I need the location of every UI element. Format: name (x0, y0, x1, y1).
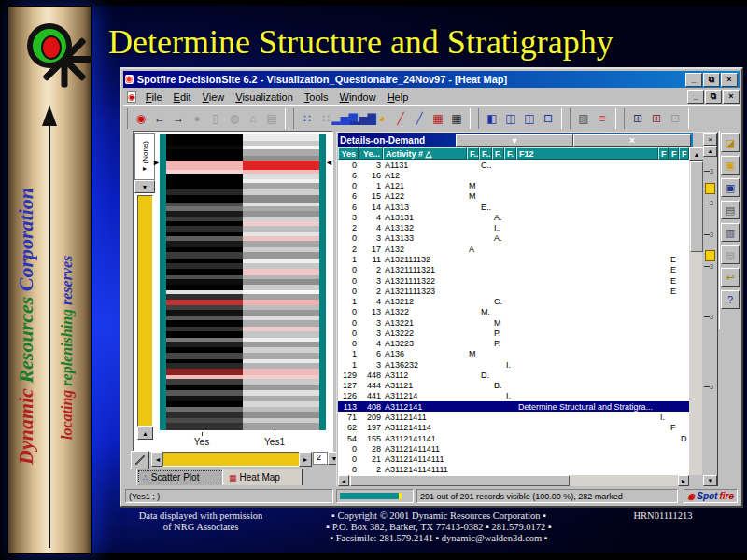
heat-map-icon[interactable]: ▦ (429, 109, 447, 128)
heatmap-cell-left[interactable] (166, 252, 243, 259)
heatmap-cell-right[interactable] (243, 269, 319, 275)
heatmap-stripe-row[interactable] (166, 320, 319, 327)
heatmap-cell-left[interactable] (166, 412, 243, 418)
dod-scroll-up-button[interactable]: ▲ (689, 147, 704, 161)
minimize-button[interactable]: _ (687, 90, 704, 104)
y-axis-dropdown-button[interactable]: ▼ (134, 180, 155, 193)
heatmap-cell-right[interactable] (243, 174, 319, 180)
heatmap-stripe-row[interactable] (166, 183, 319, 189)
heatmap-cell-right[interactable] (243, 331, 319, 338)
menu-window[interactable]: Window (333, 90, 381, 105)
table-row[interactable]: 615A122M (338, 191, 689, 202)
table-row[interactable]: 14A13212C. (338, 296, 689, 306)
heatmap-cell-right[interactable] (243, 379, 319, 385)
heatmap-cell-right[interactable] (243, 252, 319, 259)
export-window-icon[interactable]: ⊞ (628, 109, 647, 128)
table-row[interactable]: 03A1131C.. (338, 160, 689, 170)
table-row[interactable]: 13A136232I. (338, 359, 689, 370)
heatmap-cell-left[interactable] (166, 183, 243, 189)
stop-icon[interactable]: ● (188, 109, 206, 128)
heatmap-cell-right[interactable] (243, 226, 319, 232)
heatmap-cell-right[interactable] (243, 412, 319, 418)
annotation-scroll-up-button[interactable]: ▲ (703, 146, 717, 157)
column-header-f2[interactable]: F.. (479, 147, 492, 160)
heatmap-cell-left[interactable] (166, 353, 243, 359)
table-row[interactable]: 127444A31121B. (338, 381, 689, 391)
heatmap-cell-right[interactable] (243, 369, 319, 375)
column-header-fb[interactable]: F (669, 147, 679, 160)
tile-pane-icon[interactable]: ◧ (483, 109, 501, 128)
heatmap-cell-left[interactable] (166, 174, 243, 180)
heatmap-vertical-scrollbar[interactable] (137, 195, 153, 427)
heatmap-cell-left[interactable] (166, 423, 243, 430)
document-icon[interactable]: ▯ (206, 109, 225, 128)
table-row[interactable]: 02A3112141141111 (338, 465, 689, 475)
heatmap-stripe-row[interactable] (166, 279, 319, 286)
heatmap-stripe-row[interactable] (166, 174, 319, 180)
table-row[interactable]: 24A13132I.. (338, 223, 689, 233)
heatmap-scroll-up-button[interactable]: ▲ (137, 427, 153, 440)
table-row[interactable]: 021A311214114111 (338, 454, 689, 464)
table-row[interactable]: 129448A3112D. (338, 370, 689, 380)
table-row[interactable]: 04A13223P. (338, 339, 689, 349)
undo-icon[interactable]: ↩ (721, 268, 740, 287)
heatmap-stripe-row[interactable] (166, 331, 319, 338)
column-header-fa[interactable]: F (658, 147, 669, 160)
heatmap-cell-right[interactable] (243, 353, 319, 359)
table-row[interactable]: 54155A3112141141D (338, 433, 689, 443)
heatmap-plot[interactable]: ► ◄ (160, 134, 326, 430)
forward-icon[interactable]: → (169, 109, 188, 128)
split-horizontal-icon[interactable]: ⊟ (539, 109, 557, 128)
heatmap-cell-right[interactable] (243, 342, 319, 348)
heatmap-cell-right[interactable] (243, 161, 319, 169)
heatmap-cell-left[interactable] (166, 161, 243, 169)
heatmap-stripe-row[interactable] (166, 195, 319, 203)
legend-icon[interactable]: ≡ (593, 109, 612, 128)
tab-heat-map[interactable]: ▦ Heat Map (222, 469, 303, 485)
close-button[interactable]: × (723, 90, 740, 104)
help-pointer-icon[interactable]: ? (721, 290, 740, 309)
heatmap-cell-right[interactable] (243, 149, 319, 156)
heatmap-cell-right[interactable] (243, 241, 319, 247)
heatmap-cell-left[interactable] (166, 149, 243, 156)
close-window-icon[interactable]: ⊡ (666, 109, 684, 128)
heatmap-stripe-row[interactable] (166, 226, 319, 232)
heatmap-stripe-row[interactable] (166, 149, 319, 156)
histogram-icon[interactable]: ▂▅▇ (354, 109, 373, 128)
heatmap-stripe-row[interactable] (166, 134, 319, 141)
table-row[interactable]: 62197A311214114F (338, 423, 689, 433)
table-row[interactable]: 71209A31121411I. (338, 412, 689, 422)
table-row[interactable]: 02A1321111323E (338, 286, 689, 296)
annotation-scroll-down-button[interactable]: ▼ (703, 475, 717, 486)
dod-scroll-thumb[interactable] (690, 161, 703, 252)
open-icon[interactable]: ◪ (721, 133, 740, 152)
heatmap-stripe-row[interactable] (166, 353, 319, 359)
heatmap-cell-left[interactable] (166, 396, 243, 402)
dod-scroll-right-button[interactable]: ► (678, 475, 689, 486)
table-row[interactable]: 03A13133A. (338, 233, 689, 244)
dod-titlebar[interactable]: Details-on-Demand ▾ × (338, 133, 693, 147)
table-row[interactable]: 113408A3112141Determine Structural and S… (338, 401, 689, 412)
heatmap-horizontal-scrollbar[interactable] (162, 452, 301, 467)
column-header-f3[interactable]: F. (492, 147, 504, 160)
split-vertical-icon[interactable]: ◫ (520, 109, 539, 128)
heatmap-cell-left[interactable] (166, 369, 243, 375)
column-header-f1[interactable]: F.. (467, 147, 479, 160)
import-window-icon[interactable]: ⊞ (647, 109, 666, 128)
heatmap-cell-left[interactable] (166, 226, 243, 232)
heatmap-stripe-row[interactable] (166, 379, 319, 385)
annotation-close-button[interactable]: × (703, 133, 717, 146)
heatmap-cell-right[interactable] (243, 183, 319, 189)
menu-edit[interactable]: Edit (168, 90, 197, 105)
heatmap-stripe-row[interactable] (166, 412, 319, 418)
line-chart-red-icon[interactable]: ╱ (391, 109, 410, 128)
heatmap-cell-left[interactable] (166, 269, 243, 275)
print-icon[interactable]: ▤ (262, 109, 281, 128)
heatmap-stripe-row[interactable] (166, 269, 319, 275)
heatmap-stripe-row[interactable] (166, 161, 319, 169)
menu-help[interactable]: Help (382, 90, 415, 105)
table-row[interactable]: 028A31121411411 (338, 443, 689, 454)
table-row[interactable]: 01A121M (338, 181, 689, 191)
minimize-button[interactable]: _ (685, 73, 702, 87)
heatmap-stripe-row[interactable] (166, 252, 319, 259)
